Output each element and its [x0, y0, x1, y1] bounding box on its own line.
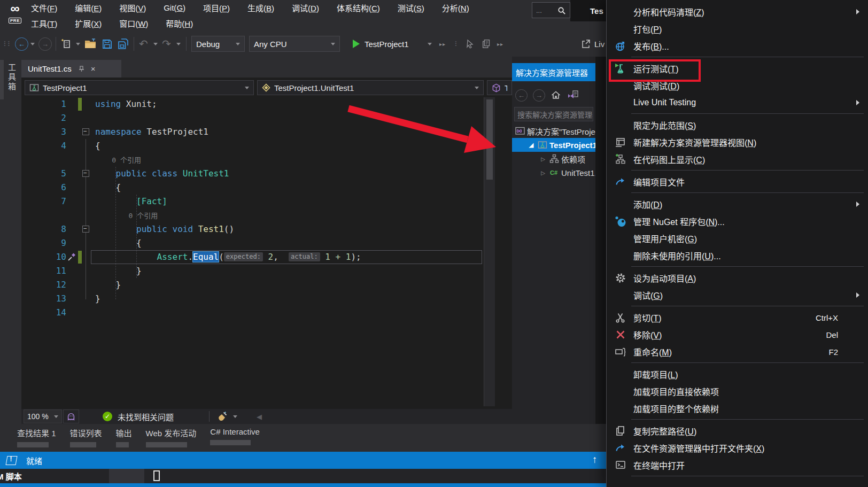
bottom-panel-tab[interactable]: Web 发布活动: [146, 427, 197, 447]
code-line[interactable]: 8 public void Test1(): [21, 222, 484, 236]
context-menu-item[interactable]: 添加(D): [607, 196, 868, 213]
tree-row[interactable]: ▷ C# UnitTest1.cs: [512, 166, 595, 180]
home-icon[interactable]: [551, 90, 561, 101]
menubar-item[interactable]: 视图(V): [119, 2, 146, 13]
expand-chevron-icon[interactable]: ◢: [526, 142, 537, 149]
context-menu-item[interactable]: 分析和代码清理(Z): [607, 3, 868, 20]
tree-row[interactable]: 解决方案"TestProject1": [512, 124, 595, 138]
menubar-item[interactable]: 扩展(X): [75, 18, 102, 29]
context-menu-item[interactable]: 发布(B)...: [607, 37, 868, 55]
menubar-item[interactable]: 项目(P): [203, 2, 230, 13]
code-line[interactable]: 0 个引用: [21, 208, 484, 222]
toolbar-grip[interactable]: ⠇: [454, 31, 459, 57]
pointer-tool-icon[interactable]: [465, 31, 475, 57]
run-target-caret[interactable]: [428, 31, 432, 57]
notification-icon[interactable]: [6, 456, 18, 465]
collapse-toggle[interactable]: [82, 170, 89, 177]
breadcrumb-type-dropdown[interactable]: TestProject1.UnitTest1: [257, 80, 484, 95]
toolbar-overflow-icon[interactable]: [439, 31, 446, 57]
run-target-label[interactable]: TestProject1: [365, 31, 409, 57]
code-line[interactable]: 5 public class UnitTest1: [21, 167, 484, 181]
expand-chevron-icon[interactable]: ▷: [538, 156, 548, 162]
menubar-item[interactable]: 窗口(W): [119, 18, 148, 29]
bottom-panel-tab[interactable]: 输出: [116, 427, 132, 447]
switch-views-icon[interactable]: [567, 89, 579, 101]
context-menu-item[interactable]: 限定为此范围(S): [607, 117, 868, 134]
open-folder-button[interactable]: [84, 31, 97, 57]
menubar-item[interactable]: 帮助(H): [166, 18, 193, 29]
context-menu-item[interactable]: 编辑项目文件: [607, 173, 868, 190]
bottom-panel-tab[interactable]: C# Interactive: [210, 427, 260, 447]
tree-row[interactable]: ◢ TestProject1: [512, 138, 595, 152]
configuration-dropdown[interactable]: Debug: [191, 36, 245, 52]
context-menu-item[interactable]: Live Unit Testing: [607, 94, 868, 111]
context-menu-item[interactable]: 移除(V) Del: [607, 326, 868, 343]
context-menu-item[interactable]: 调试(G): [607, 287, 868, 304]
context-menu-item[interactable]: 重命名(M) F2: [607, 343, 868, 360]
context-menu-item[interactable]: 设为启动项目(A): [607, 269, 868, 287]
back-dropdown-caret[interactable]: [30, 31, 35, 57]
menubar-item[interactable]: 工具(T): [31, 18, 57, 29]
bottom-panel-tab[interactable]: 错误列表: [70, 427, 102, 447]
code-line[interactable]: 7 [Fact]: [21, 195, 484, 208]
redo-caret[interactable]: [176, 31, 181, 57]
explorer-back-icon[interactable]: [515, 89, 528, 102]
copy-doc-icon[interactable]: [481, 31, 492, 57]
menubar-item[interactable]: 分析(N): [442, 2, 469, 13]
context-menu-item[interactable]: 在文件资源管理器中打开文件夹(X): [607, 439, 868, 457]
collapse-toggle[interactable]: [82, 226, 89, 233]
code-line[interactable]: 1 using Xunit;: [21, 97, 484, 111]
document-tab[interactable]: UnitTest1.cs ×: [21, 60, 121, 78]
broom-caret[interactable]: [233, 415, 237, 418]
code-line[interactable]: 9 {: [21, 236, 484, 250]
zoom-dropdown[interactable]: 100 %: [24, 409, 62, 423]
save-all-button[interactable]: [118, 31, 129, 57]
solution-search-input[interactable]: 搜索解决方案资源管理器(Ctrl+;): [514, 107, 593, 121]
navigate-forward-button[interactable]: [38, 31, 52, 57]
bottom-panel-tab[interactable]: 查找结果 1: [17, 427, 56, 447]
context-menu-item[interactable]: 在终端中打开: [607, 457, 868, 474]
quick-search-box[interactable]: ...: [532, 2, 570, 18]
code-line[interactable]: 6 {: [21, 181, 484, 195]
new-file-button[interactable]: [60, 31, 72, 57]
context-menu-item[interactable]: 删除未使用的引用(U)...: [607, 247, 868, 264]
quick-actions-icon[interactable]: [67, 253, 76, 261]
menubar-item[interactable]: Git(G): [164, 3, 185, 12]
save-button[interactable]: [102, 31, 113, 57]
code-line[interactable]: 10 Assert.Equal(expected: 2, actual: 1 +…: [21, 250, 484, 264]
undo-caret[interactable]: [153, 31, 158, 57]
menubar-item[interactable]: 文件(F): [31, 2, 57, 13]
toolbar-overflow-icon[interactable]: [497, 31, 503, 57]
explorer-forward-icon[interactable]: [533, 89, 545, 102]
context-menu-item[interactable]: 卸载项目(L): [607, 366, 868, 383]
live-share-label[interactable]: Liv: [594, 31, 604, 57]
up-arrow-icon[interactable]: [592, 454, 598, 466]
close-icon[interactable]: ×: [91, 64, 96, 73]
assistant-icon[interactable]: [63, 409, 79, 423]
code-line[interactable]: 12 }: [21, 278, 484, 292]
menubar-item[interactable]: 测试(S): [398, 2, 424, 13]
context-menu-item[interactable]: 在代码图上显示(C): [607, 151, 868, 168]
menubar-item[interactable]: 调试(D): [292, 2, 319, 13]
navigate-back-button[interactable]: [15, 31, 28, 57]
pin-icon[interactable]: [77, 65, 84, 73]
toolbar-grip[interactable]: ⠇⠇: [3, 31, 11, 57]
toolbox-vertical-tab[interactable]: 工具箱: [6, 63, 17, 92]
start-debug-button[interactable]: [353, 31, 360, 57]
breadcrumb-member-dropdown[interactable]: Te: [487, 80, 512, 95]
tree-row[interactable]: ▷ 依赖项: [512, 152, 595, 166]
context-menu-item[interactable]: 管理 NuGet 程序包(N)...: [607, 213, 868, 230]
undo-button[interactable]: [139, 31, 148, 57]
context-menu-item[interactable]: 复制完整路径(U): [607, 422, 868, 439]
code-line[interactable]: 11 }: [21, 264, 484, 278]
code-line[interactable]: 4 {: [21, 139, 484, 153]
menubar-item[interactable]: 体系结构(C): [337, 2, 380, 13]
panel-title-bar[interactable]: 解决方案资源管理器: [512, 63, 595, 81]
redo-button[interactable]: [162, 31, 171, 57]
breadcrumb-project-dropdown[interactable]: TestProject1: [25, 80, 254, 95]
expand-chevron-icon[interactable]: ▷: [538, 170, 548, 176]
context-menu-item[interactable]: 加载项目的整个依赖树: [607, 400, 868, 417]
context-menu-item[interactable]: 新建解决方案资源管理器视图(N): [607, 134, 868, 151]
menubar-item[interactable]: 生成(B): [247, 2, 274, 13]
code-line[interactable]: 3 namespace TestProject1: [21, 125, 484, 139]
